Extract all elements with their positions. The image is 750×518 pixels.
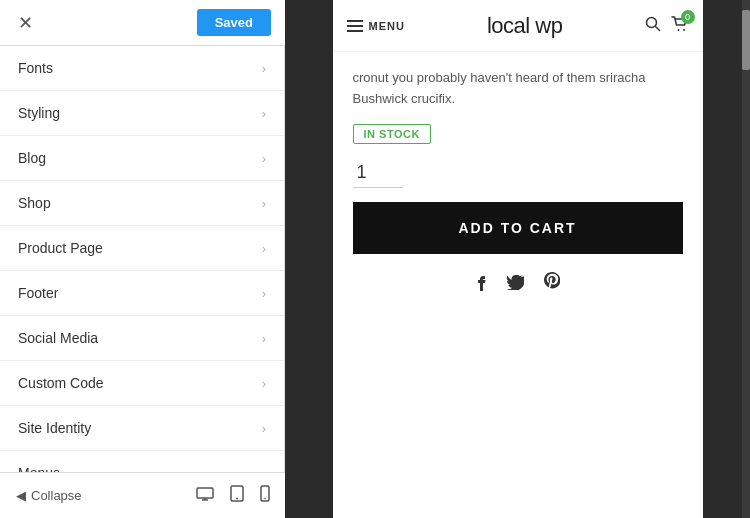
nav-item-label: Styling (18, 105, 60, 121)
nav-item-label: Menus (18, 465, 60, 472)
nav-item-styling[interactable]: Styling › (0, 91, 284, 136)
nav-item-label: Fonts (18, 60, 53, 76)
nav-item-site-identity[interactable]: Site Identity › (0, 406, 284, 451)
svg-point-10 (683, 29, 685, 31)
svg-line-8 (655, 26, 659, 30)
chevron-right-icon: › (262, 376, 266, 391)
chevron-right-icon: › (262, 286, 266, 301)
cart-badge: 0 (681, 10, 695, 24)
svg-rect-0 (197, 488, 213, 498)
nav-item-menus[interactable]: Menus › (0, 451, 284, 472)
preview-frame: MENU local wp (333, 0, 703, 518)
nav-item-label: Shop (18, 195, 51, 211)
cart-icon-wrapper: 0 (671, 16, 689, 36)
menu-label: MENU (369, 20, 405, 32)
nav-item-label: Social Media (18, 330, 98, 346)
nav-list: Fonts › Styling › Blog › Shop › Product … (0, 46, 285, 472)
collapse-arrow-icon: ◀ (16, 488, 26, 503)
pinterest-share-button[interactable] (544, 272, 560, 297)
chevron-right-icon: › (262, 241, 266, 256)
close-button[interactable]: ✕ (14, 8, 37, 38)
top-bar: ✕ Saved (0, 0, 285, 46)
hamburger-icon (347, 20, 363, 32)
logo-text: local wp (487, 13, 562, 38)
nav-item-social-media[interactable]: Social Media › (0, 316, 284, 361)
preview-content: cronut you probably haven't heard of the… (333, 52, 703, 313)
nav-item-label: Product Page (18, 240, 103, 256)
right-preview: MENU local wp (285, 0, 750, 518)
collapse-button[interactable]: ◀ Collapse (10, 484, 88, 507)
preview-scrollbar[interactable] (742, 0, 750, 518)
nav-item-label: Footer (18, 285, 58, 301)
product-description: cronut you probably haven't heard of the… (353, 68, 683, 110)
chevron-right-icon: › (262, 331, 266, 346)
chevron-right-icon: › (262, 61, 266, 76)
left-panel: ✕ Saved Fonts › Styling › Blog › Shop › … (0, 0, 285, 518)
nav-item-shop[interactable]: Shop › (0, 181, 284, 226)
nav-item-blog[interactable]: Blog › (0, 136, 284, 181)
bottom-bar: ◀ Collapse (0, 472, 285, 518)
nav-item-label: Custom Code (18, 375, 104, 391)
chevron-right-icon: › (262, 421, 266, 436)
nav-item-label: Blog (18, 150, 46, 166)
nav-item-custom-code[interactable]: Custom Code › (0, 361, 284, 406)
chevron-right-icon: › (262, 106, 266, 121)
saved-button[interactable]: Saved (197, 9, 271, 36)
svg-point-9 (677, 29, 679, 31)
nav-item-footer[interactable]: Footer › (0, 271, 284, 316)
scrollbar-thumb (742, 10, 750, 70)
tablet-view-button[interactable] (225, 482, 249, 509)
quantity-divider (353, 187, 403, 188)
search-button[interactable] (645, 16, 661, 36)
quantity-section: 1 (353, 162, 683, 188)
menu-button[interactable]: MENU (347, 20, 405, 32)
close-icon: ✕ (18, 13, 33, 33)
nav-item-product-page[interactable]: Product Page › (0, 226, 284, 271)
device-icons (191, 482, 275, 509)
svg-point-4 (236, 498, 238, 500)
quantity-value: 1 (353, 162, 371, 183)
preview-header: MENU local wp (333, 0, 703, 52)
site-logo: local wp (487, 13, 562, 39)
twitter-share-button[interactable] (506, 272, 524, 297)
add-to-cart-button[interactable]: ADD TO CART (353, 202, 683, 254)
mobile-view-button[interactable] (255, 482, 275, 509)
desktop-view-button[interactable] (191, 482, 219, 509)
social-icons (353, 272, 683, 297)
stock-badge: IN STOCK (353, 124, 431, 144)
svg-point-6 (264, 498, 266, 500)
nav-item-label: Site Identity (18, 420, 91, 436)
facebook-share-button[interactable] (476, 272, 486, 297)
header-icons: 0 (645, 16, 689, 36)
nav-item-fonts[interactable]: Fonts › (0, 46, 284, 91)
collapse-label: Collapse (31, 488, 82, 503)
chevron-right-icon: › (262, 196, 266, 211)
chevron-right-icon: › (262, 151, 266, 166)
